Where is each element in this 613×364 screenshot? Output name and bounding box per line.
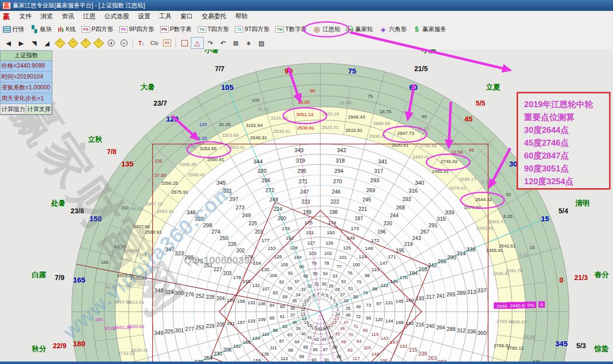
svg-text:95: 95 xyxy=(363,328,368,333)
toolbar-item-t-square[interactable]: TST四方形 xyxy=(195,24,232,35)
svg-text:268: 268 xyxy=(396,204,405,210)
draw-tool-shift-down[interactable]: ↓ xyxy=(92,37,105,49)
svg-text:158: 158 xyxy=(243,339,251,345)
svg-text:134: 134 xyxy=(252,335,260,341)
toolbar-label: 9P四方形 xyxy=(129,25,154,34)
toolbar-item-yingjialun[interactable]: Big赢家轮 xyxy=(343,24,376,35)
svg-text:218: 218 xyxy=(419,267,427,272)
calc-support-button[interactable]: 计算支撑 xyxy=(26,104,52,115)
svg-text:336: 336 xyxy=(467,328,477,334)
svg-text:130: 130 xyxy=(262,267,269,272)
svg-text:72: 72 xyxy=(356,314,361,319)
toolbar-item-hangqing[interactable]: 行情 xyxy=(0,24,27,35)
toolbar-item-liujiaoxing[interactable]: ◈六角形 xyxy=(376,24,409,35)
draw-tool-shift-right[interactable]: → xyxy=(66,37,79,49)
menu-公式选股[interactable]: 公式选股 xyxy=(100,11,133,22)
svg-text:97: 97 xyxy=(376,301,381,306)
svg-text:55: 55 xyxy=(313,271,318,276)
nav-next-icon: ▶ xyxy=(19,40,24,47)
svg-text:41: 41 xyxy=(307,335,312,340)
svg-text:293: 293 xyxy=(370,177,379,183)
draw-tool-flip-down[interactable]: ◢ xyxy=(41,37,53,49)
draw-tool-center-mark[interactable]: ∗ xyxy=(242,37,255,49)
svg-text:37.50: 37.50 xyxy=(154,172,166,178)
toolbar-item-t-table[interactable]: TNT数字表 xyxy=(272,24,309,35)
svg-text:2898.58: 2898.58 xyxy=(373,121,390,126)
svg-text:43: 43 xyxy=(322,337,327,342)
svg-text:343: 343 xyxy=(295,147,304,153)
draw-tool-nav-prev[interactable]: ◀ xyxy=(2,37,15,49)
svg-text:45: 45 xyxy=(335,331,340,336)
toolbar-item-service[interactable]: $赢家服务 xyxy=(409,24,449,35)
menu-设置[interactable]: 设置 xyxy=(133,11,155,22)
taskbar-sliver xyxy=(0,362,613,364)
svg-text:339: 339 xyxy=(445,209,454,215)
svg-text:45: 45 xyxy=(469,147,474,153)
menu-帮助[interactable]: 帮助 xyxy=(231,11,252,22)
menu-工具[interactable]: 工具 xyxy=(155,11,176,22)
toolbar-item-kline[interactable]: K线 xyxy=(55,24,79,35)
svg-text:197: 197 xyxy=(354,216,363,221)
draw-tool-shift-left[interactable]: ← xyxy=(53,37,66,49)
9t-square-icon: T9 xyxy=(235,26,243,33)
draw-tool-calendar[interactable]: 21 xyxy=(161,37,174,49)
svg-text:165: 165 xyxy=(73,276,86,284)
svg-text:301: 301 xyxy=(175,327,184,333)
svg-text:3254.55: 3254.55 xyxy=(200,146,217,151)
menu-江恩[interactable]: 江恩 xyxy=(79,11,100,22)
toolbar-item-p-square[interactable]: PSP四方形 xyxy=(79,24,116,35)
calc-resistance-button[interactable]: 计算阻力 xyxy=(0,104,26,115)
svg-text:220: 220 xyxy=(384,221,392,226)
svg-text:46: 46 xyxy=(340,326,345,331)
draw-tool-square-tool[interactable] xyxy=(178,37,191,49)
draw-tool-delete-box[interactable]: ⊠ xyxy=(229,37,242,49)
menu-浏览[interactable]: 浏览 xyxy=(36,11,57,22)
svg-text:25: 25 xyxy=(346,306,350,311)
svg-text:246: 246 xyxy=(332,189,341,195)
svg-text:75: 75 xyxy=(348,67,356,75)
svg-text:105: 105 xyxy=(280,262,288,267)
toolbar-item-9t-square[interactable]: T99T四方形 xyxy=(232,24,272,35)
svg-text:125: 125 xyxy=(343,245,351,250)
svg-text:25.00: 25.00 xyxy=(298,99,310,105)
svg-text:96.88: 96.88 xyxy=(524,334,535,339)
svg-text:30: 30 xyxy=(322,282,327,286)
svg-text:271: 271 xyxy=(299,178,307,184)
svg-text:175: 175 xyxy=(305,220,313,225)
svg-text:225: 225 xyxy=(249,221,257,226)
draw-tool-cls[interactable]: Cls xyxy=(148,37,161,49)
menu-文件[interactable]: 文件 xyxy=(15,11,36,22)
draw-tool-zoom-in[interactable]: + xyxy=(105,37,118,49)
draw-tool-board[interactable]: ▨ xyxy=(255,37,268,49)
toolbar-item-bankuai[interactable]: ▚板块 xyxy=(27,24,55,35)
draw-tool-flip-up[interactable]: ◥ xyxy=(28,37,41,49)
svg-text:317: 317 xyxy=(374,168,384,174)
toolbar-item-p-table[interactable]: PNP数字表 xyxy=(157,24,195,35)
svg-text:180: 180 xyxy=(227,297,235,303)
draw-tool-rotate-ccw[interactable]: ↶ xyxy=(217,37,229,49)
svg-text:28: 28 xyxy=(335,287,340,292)
menu-资讯[interactable]: 资讯 xyxy=(57,11,79,22)
svg-text:296: 296 xyxy=(262,177,270,183)
draw-tool-nav-next[interactable]: ▶ xyxy=(15,37,28,49)
toolbar-item-jiangenlun[interactable]: ◎江恩轮 xyxy=(309,24,343,35)
svg-text:2593.47: 2593.47 xyxy=(488,219,505,224)
t-table-icon: TN xyxy=(275,26,284,33)
menu-窗口[interactable]: 窗口 xyxy=(176,11,197,22)
toolbar-separator xyxy=(175,39,176,47)
svg-text:316: 316 xyxy=(409,188,418,194)
draw-tool-triangle-tool[interactable]: △ xyxy=(191,37,204,49)
draw-tool-zoom-out[interactable]: − xyxy=(118,37,131,49)
draw-tool-rotate-cw[interactable]: ↷ xyxy=(204,37,217,49)
svg-text:66: 66 xyxy=(313,347,318,352)
toolbar-label: 行情 xyxy=(12,25,24,34)
calendar-icon: 21 xyxy=(163,40,171,46)
svg-text:146: 146 xyxy=(390,279,398,284)
draw-tool-t-down[interactable]: T↓ xyxy=(135,37,148,49)
svg-text:239: 239 xyxy=(419,351,427,357)
svg-text:135: 135 xyxy=(262,351,269,357)
draw-tool-shift-up[interactable]: ↑ xyxy=(79,37,92,49)
toolbar-item-9p-square[interactable]: P99P四方形 xyxy=(116,24,157,35)
menu-交易委托[interactable]: 交易委托 xyxy=(197,11,231,22)
svg-text:2440.91: 2440.91 xyxy=(510,303,527,308)
